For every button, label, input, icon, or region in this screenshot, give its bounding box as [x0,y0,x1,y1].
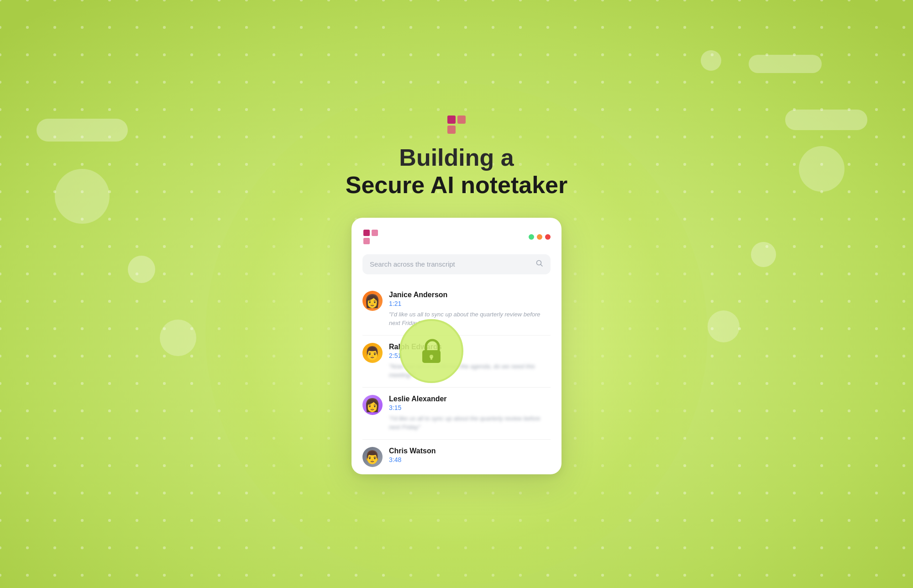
deco-circle-right-2 [751,242,776,267]
deco-circle-right-3 [708,310,740,342]
svg-rect-2 [447,126,456,134]
card-header [362,229,551,245]
heading-block: Building a Secure AI notetaker [346,145,567,200]
deco-top-right-rect [749,55,822,73]
deco-rect-left [37,119,128,142]
avatar-chris [362,447,383,467]
svg-rect-4 [372,230,378,236]
traffic-light-orange [537,234,542,240]
lock-icon [418,337,445,365]
conv-time-janice: 1:21 [389,300,551,307]
conv-name-janice: Janice Anderson [389,291,551,299]
traffic-light-red [545,234,551,240]
traffic-lights [529,234,551,240]
conv-entry-janice: Janice Anderson 1:21 "I'd like us all to… [362,284,551,335]
heading-line2: Secure AI notetaker [346,171,567,199]
conv-name-leslie: Leslie Alexander [389,395,551,403]
avatar-leslie [362,395,383,415]
conv-entry-leslie: Leslie Alexander 3:15 "I'd like us all t… [362,387,551,439]
conv-info-leslie: Leslie Alexander 3:15 "I'd like us all t… [389,395,551,432]
traffic-light-green [529,234,534,240]
conv-time-chris: 3:48 [389,456,551,463]
deco-circle-left-2 [128,256,155,283]
app-card: Search across the transcript Janice Ande… [352,218,561,474]
search-icon [536,260,543,269]
conv-name-chris: Chris Watson [389,447,551,455]
search-placeholder: Search across the transcript [370,260,531,268]
search-bar[interactable]: Search across the transcript [362,254,551,274]
tally-logo-icon [446,114,467,136]
deco-circle-right-1 [799,146,845,192]
card-logo [362,229,379,245]
heading-line1: Building a [346,145,567,171]
conversation-list: Janice Anderson 1:21 "I'd like us all to… [362,284,551,474]
conv-info-chris: Chris Watson 3:48 [389,447,551,467]
deco-rect-right [785,110,867,130]
svg-rect-5 [363,238,370,244]
deco-top-right-circle [701,50,721,71]
conv-text-leslie: "I'd like us all to sync up about the qu… [389,414,551,432]
svg-rect-1 [457,116,466,124]
top-logo [446,114,467,137]
conv-entry-chris: Chris Watson 3:48 [362,439,551,474]
conv-time-leslie: 3:15 [389,404,551,411]
avatar-janice [362,291,383,311]
conv-info-janice: Janice Anderson 1:21 "I'd like us all to… [389,291,551,328]
svg-rect-3 [363,230,370,236]
deco-circle-left-3 [160,320,196,356]
deco-circle-left-1 [55,169,110,224]
svg-rect-0 [447,116,456,124]
svg-line-7 [540,264,542,266]
avatar-ralph [362,343,383,363]
svg-rect-10 [430,357,432,360]
page-content: Building a Secure AI notetaker Search ac… [346,114,567,474]
lock-overlay [399,319,463,383]
